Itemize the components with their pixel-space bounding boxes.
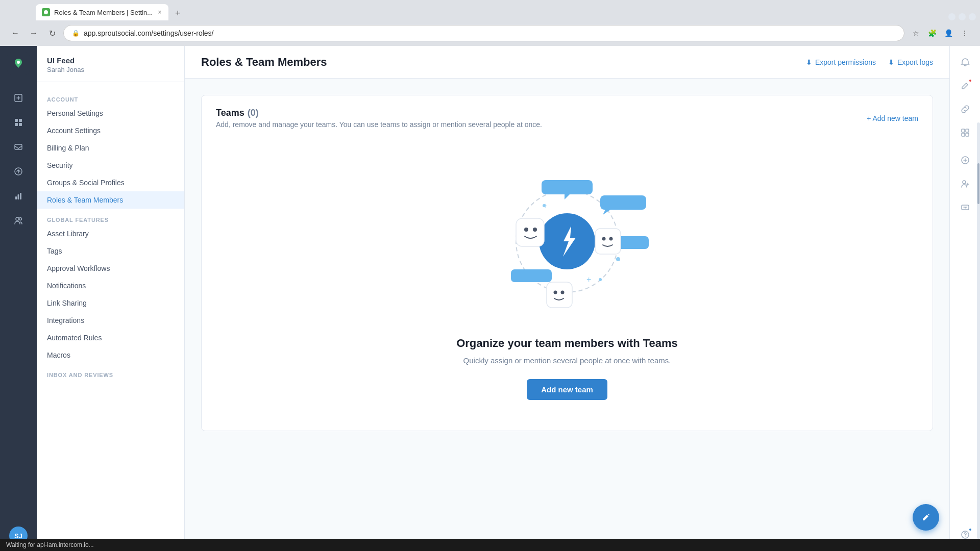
- close-btn[interactable]: [969, 13, 976, 20]
- right-panel-keyboard[interactable]: [955, 197, 975, 217]
- teams-section: Teams (0) Add, remove and manage your te…: [201, 95, 933, 431]
- svg-rect-29: [595, 229, 621, 254]
- user-name: Sarah Jonas: [47, 66, 174, 73]
- tab-title: Roles & Team Members | Settin...: [54, 9, 153, 16]
- add-new-team-header-btn[interactable]: + Add new team: [867, 114, 918, 122]
- content-body: Teams (0) Add, remove and manage your te…: [185, 79, 949, 551]
- sidebar-item-approval-workflows[interactable]: Approval Workflows: [37, 260, 184, 277]
- nav-compose-icon[interactable]: [7, 87, 30, 109]
- svg-point-1: [17, 61, 20, 64]
- brand-logo[interactable]: [7, 52, 30, 74]
- sidebar-item-integrations[interactable]: Integrations: [37, 312, 184, 329]
- export-permissions-link[interactable]: ⬇ Export permissions: [806, 58, 876, 66]
- svg-point-33: [554, 291, 557, 294]
- svg-point-27: [524, 228, 528, 232]
- sidebar-item-tags[interactable]: Tags: [37, 242, 184, 260]
- svg-rect-23: [600, 195, 646, 210]
- sidebar-item-link-sharing[interactable]: Link Sharing: [37, 294, 184, 312]
- right-panel: [949, 46, 980, 551]
- svg-point-30: [602, 237, 606, 241]
- svg-point-18: [616, 257, 620, 261]
- empty-state-title: Organize your team members with Teams: [456, 337, 678, 350]
- app-wrapper: SJ UI Feed Sarah Jonas Account Personal …: [0, 0, 980, 551]
- sidebar-item-automated-rules[interactable]: Automated Rules: [37, 329, 184, 346]
- active-tab[interactable]: Roles & Team Members | Settin... ×: [36, 4, 168, 20]
- icon-rail: SJ: [0, 46, 37, 551]
- sidebar-nav: Account Personal Settings Account Settin…: [37, 82, 184, 551]
- right-panel-compose[interactable]: [955, 76, 975, 96]
- svg-point-13: [19, 218, 22, 220]
- svg-rect-11: [20, 193, 21, 199]
- sidebar-item-account-settings[interactable]: Account Settings: [37, 122, 184, 139]
- svg-rect-5: [15, 123, 18, 126]
- svg-point-17: [599, 278, 602, 281]
- lock-icon: 🔒: [72, 30, 80, 37]
- maximize-btn[interactable]: [959, 13, 966, 20]
- back-btn[interactable]: ←: [8, 26, 22, 40]
- svg-rect-9: [15, 196, 17, 199]
- svg-point-43: [965, 536, 966, 537]
- address-actions: ☆ 🧩 👤 ⋮: [909, 26, 972, 40]
- compose-fab[interactable]: [913, 504, 939, 531]
- right-panel-link[interactable]: [955, 99, 975, 119]
- svg-point-28: [533, 228, 537, 232]
- teams-description: Add, remove and manage your teams. You c…: [216, 120, 542, 129]
- svg-rect-37: [962, 133, 965, 136]
- sidebar-header: UI Feed Sarah Jonas: [37, 46, 184, 82]
- nav-feed-icon[interactable]: [7, 111, 30, 134]
- right-panel-notifications[interactable]: [955, 52, 975, 72]
- svg-rect-6: [19, 123, 22, 126]
- teams-illustration: + +: [470, 157, 664, 320]
- status-bar: Waiting for api-iam.intercom.io...: [0, 539, 980, 551]
- teams-count: (0): [248, 108, 259, 118]
- sidebar-item-notifications[interactable]: Notifications: [37, 277, 184, 294]
- browser-chrome: Roles & Team Members | Settin... × + ← →…: [0, 0, 980, 46]
- sidebar-item-billing[interactable]: Billing & Plan: [37, 139, 184, 157]
- sidebar-item-roles[interactable]: Roles & Team Members: [37, 191, 184, 209]
- menu-btn[interactable]: ⋮: [958, 26, 972, 40]
- svg-point-0: [44, 10, 48, 14]
- add-new-team-btn[interactable]: Add new team: [527, 379, 607, 400]
- account-section-label: Account: [37, 92, 184, 105]
- svg-rect-26: [516, 218, 544, 246]
- nav-inbox-icon[interactable]: [7, 136, 30, 158]
- nav-reports-icon[interactable]: [7, 185, 30, 207]
- main-content: Roles & Team Members ⬇ Export permission…: [185, 46, 949, 551]
- sidebar-item-asset-library[interactable]: Asset Library: [37, 225, 184, 242]
- export-logs-icon: ⬇: [888, 58, 894, 66]
- svg-rect-35: [962, 129, 965, 132]
- minimize-btn[interactable]: [948, 13, 955, 20]
- tab-close-btn[interactable]: ×: [157, 8, 162, 17]
- extensions-btn[interactable]: 🧩: [925, 26, 939, 40]
- nav-publish-icon[interactable]: [7, 160, 30, 183]
- sidebar-item-security[interactable]: Security: [37, 157, 184, 174]
- sidebar-item-macros[interactable]: Macros: [37, 346, 184, 364]
- sidebar-item-personal-settings[interactable]: Personal Settings: [37, 105, 184, 122]
- status-text: Waiting for api-iam.intercom.io...: [6, 541, 94, 548]
- svg-rect-10: [18, 194, 19, 199]
- svg-text:+: +: [586, 275, 591, 284]
- inbox-section-label: Inbox and Reviews: [37, 368, 184, 380]
- url-input[interactable]: 🔒 app.sproutsocial.com/settings/user-rol…: [63, 25, 904, 41]
- right-panel-add[interactable]: [955, 150, 975, 170]
- export-permissions-icon: ⬇: [806, 58, 812, 66]
- export-logs-link[interactable]: ⬇ Export logs: [888, 58, 933, 66]
- page-title: Roles & Team Members: [201, 56, 327, 69]
- tab-bar: Roles & Team Members | Settin... × +: [0, 0, 980, 20]
- profile-btn[interactable]: 👤: [941, 26, 955, 40]
- forward-btn[interactable]: →: [27, 26, 41, 40]
- bookmark-btn[interactable]: ☆: [909, 26, 923, 40]
- right-panel-user-add[interactable]: [955, 173, 975, 194]
- sidebar-item-groups[interactable]: Groups & Social Profiles: [37, 174, 184, 191]
- teams-title-area: Teams (0) Add, remove and manage your te…: [216, 108, 542, 129]
- tab-favicon: [42, 8, 50, 16]
- svg-rect-25: [511, 269, 552, 282]
- nav-people-icon[interactable]: [7, 209, 30, 232]
- refresh-btn[interactable]: ↻: [45, 26, 59, 40]
- right-panel-grid[interactable]: [955, 122, 975, 143]
- svg-point-31: [609, 237, 613, 241]
- svg-rect-3: [15, 119, 18, 122]
- svg-rect-32: [547, 282, 572, 308]
- teams-title: Teams: [216, 108, 244, 118]
- new-tab-btn[interactable]: +: [170, 6, 185, 20]
